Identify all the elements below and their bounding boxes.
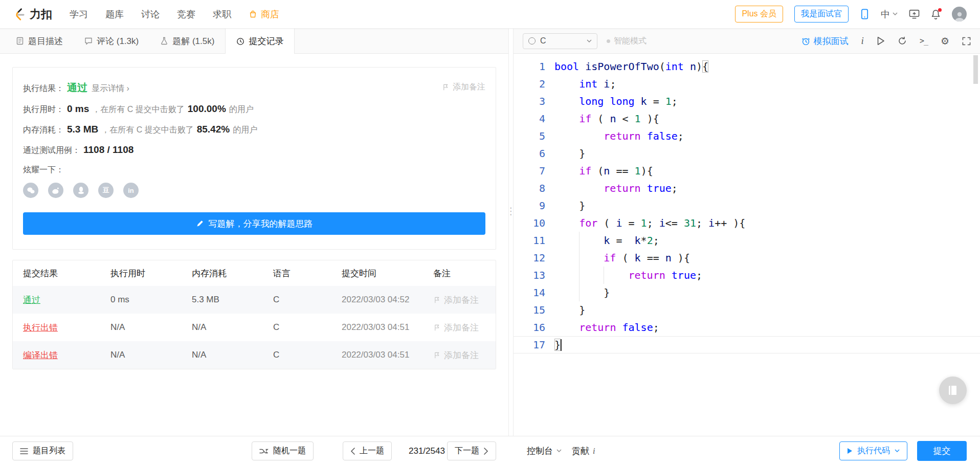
share-wechat-icon[interactable] <box>23 183 38 198</box>
cast-screen-icon[interactable] <box>909 9 920 19</box>
code-text: return false; <box>545 127 684 145</box>
tab-solutions[interactable]: 题解 (1.5k) <box>149 29 225 53</box>
settings-gear-icon[interactable]: ⚙ <box>941 35 949 47</box>
submission-row[interactable]: 通过0 ms5.3 MBC2022/03/03 04:52添加备注 <box>13 286 496 314</box>
language-label: 中 <box>881 8 890 20</box>
code-line[interactable]: 5 return false; <box>514 127 980 145</box>
testcases-label: 通过测试用例： <box>23 145 80 156</box>
code-line[interactable]: 3 long long k = 1; <box>514 93 980 110</box>
interviewer-button[interactable]: 我是面试官 <box>794 6 849 23</box>
problem-list-button[interactable]: 题目列表 <box>12 441 73 460</box>
code-line[interactable]: 13 return true; <box>514 267 980 284</box>
submission-status-link[interactable]: 通过 <box>23 294 110 306</box>
fullscreen-icon[interactable] <box>962 37 971 46</box>
add-note-label: 添加备注 <box>444 294 479 306</box>
code-editor[interactable]: 1bool isPowerOfTwo(int n){2 int i;3 long… <box>514 54 980 436</box>
notes-float-button[interactable] <box>939 377 967 404</box>
submission-row[interactable]: 执行出错N/AN/AC2022/03/03 04:51添加备注 <box>13 314 496 341</box>
tab-comments[interactable]: 评论 (1.3k) <box>74 29 149 53</box>
run-code-button[interactable]: 执行代码 <box>839 441 907 460</box>
problem-list-label: 题目列表 <box>33 446 65 456</box>
code-line[interactable]: 9 } <box>514 197 980 214</box>
next-question-button[interactable]: 下一题 <box>447 441 496 460</box>
language-icon <box>528 37 536 45</box>
submission-status-link[interactable]: 编译出错 <box>23 349 110 361</box>
share-linkedin-icon[interactable]: in <box>123 183 139 198</box>
mock-interview-label: 模拟面试 <box>814 35 849 47</box>
run-icon[interactable] <box>877 36 885 46</box>
submit-button[interactable]: 提交 <box>917 441 967 461</box>
mobile-app-icon[interactable] <box>860 9 870 19</box>
line-number: 4 <box>514 110 545 127</box>
write-solution-button[interactable]: 写题解，分享我的解题思路 <box>23 212 485 235</box>
memory-beats-suffix: 的用户 <box>233 125 257 136</box>
submission-row[interactable]: 编译出错N/AN/AC2022/03/03 04:51添加备注 <box>13 341 496 369</box>
submission-time: 2022/03/03 04:51 <box>342 322 433 333</box>
prev-question-button[interactable]: 上一题 <box>343 441 392 460</box>
plus-member-button[interactable]: Plus 会员 <box>735 6 783 23</box>
smart-mode-indicator[interactable]: 智能模式 <box>607 36 647 47</box>
line-number: 3 <box>514 93 545 110</box>
add-note-button[interactable]: 添加备注 <box>442 82 485 93</box>
memory-beats-percent: 85.42% <box>197 124 230 135</box>
code-line[interactable]: 2 int i; <box>514 75 980 93</box>
code-line[interactable]: 16 return false; <box>514 319 980 336</box>
submission-time: 2022/03/03 04:52 <box>342 295 433 305</box>
random-question-button[interactable]: 随机一题 <box>252 441 314 460</box>
alarm-clock-icon <box>801 37 810 46</box>
reset-code-icon[interactable] <box>898 36 907 46</box>
code-line[interactable]: 4 if ( n < 1 ){ <box>514 110 980 127</box>
flag-icon <box>433 351 441 359</box>
tab-submissions[interactable]: 提交记录 <box>225 29 295 54</box>
nav-item-store[interactable]: 商店 <box>249 8 279 20</box>
prev-question-label: 上一题 <box>360 446 384 456</box>
code-line[interactable]: 8 return true; <box>514 180 980 197</box>
language-select[interactable]: C <box>523 33 597 49</box>
console-toggle[interactable]: 控制台 <box>527 436 562 465</box>
code-line[interactable]: 15 } <box>514 301 980 319</box>
douban-glyph: 豆 <box>103 186 109 195</box>
testcases-value: 1108 / 1108 <box>83 144 133 156</box>
language-switcher[interactable]: 中 <box>881 8 898 20</box>
chevron-left-icon <box>350 448 355 455</box>
submission-status-link[interactable]: 执行出错 <box>23 322 110 334</box>
code-line[interactable]: 17} <box>514 336 980 353</box>
memory-value: 5.3 MB <box>67 124 98 135</box>
add-note-button[interactable]: 添加备注 <box>433 294 485 306</box>
submission-runtime: 0 ms <box>110 295 192 305</box>
mock-interview-button[interactable]: 模拟面试 <box>801 35 849 47</box>
pencil-icon <box>196 219 204 228</box>
nav-item-0[interactable]: 学习 <box>70 8 88 20</box>
show-details-link[interactable]: 显示详情 › <box>92 83 129 94</box>
add-note-button[interactable]: 添加备注 <box>433 322 485 334</box>
leetcode-logo[interactable]: 力扣 <box>12 7 52 22</box>
code-line[interactable]: 10 for ( i = 1; i<= 31; i++ ){ <box>514 214 980 232</box>
nav-item-4[interactable]: 求职 <box>213 8 231 20</box>
nav-item-3[interactable]: 竞赛 <box>177 8 195 20</box>
chevron-down-icon <box>556 449 562 453</box>
line-number: 5 <box>514 127 545 145</box>
code-line[interactable]: 7 if (n == 1){ <box>514 162 980 180</box>
share-douban-icon[interactable]: 豆 <box>98 183 114 198</box>
code-line[interactable]: 12 if ( k == n ){ <box>514 249 980 267</box>
info-icon[interactable]: i <box>861 35 864 47</box>
code-line[interactable]: 11 k = k*2; <box>514 232 980 249</box>
notifications-bell-icon[interactable] <box>931 9 941 19</box>
add-note-button[interactable]: 添加备注 <box>433 349 485 361</box>
editor-scrollbar-thumb[interactable] <box>973 55 978 84</box>
nav-item-1[interactable]: 题库 <box>105 8 124 20</box>
code-line[interactable]: 6 } <box>514 145 980 162</box>
share-qq-icon[interactable] <box>73 183 88 198</box>
user-avatar[interactable] <box>952 7 967 21</box>
nav-item-2[interactable]: 讨论 <box>141 8 160 20</box>
flask-icon <box>160 37 168 45</box>
contribute-link[interactable]: 贡献 i <box>572 436 595 465</box>
memory-row: 内存消耗： 5.3 MB ，在所有 C 提交中击败了 85.42% 的用户 <box>23 124 485 136</box>
code-line[interactable]: 14 } <box>514 284 980 301</box>
panel-resize-handle[interactable]: ⋮ <box>509 29 513 436</box>
smart-mode-label: 智能模式 <box>614 36 647 47</box>
share-weibo-icon[interactable] <box>48 183 63 198</box>
tab-description[interactable]: 题目描述 <box>5 29 74 53</box>
code-line[interactable]: 1bool isPowerOfTwo(int n){ <box>514 58 980 75</box>
terminal-icon[interactable]: >_ <box>920 36 928 46</box>
